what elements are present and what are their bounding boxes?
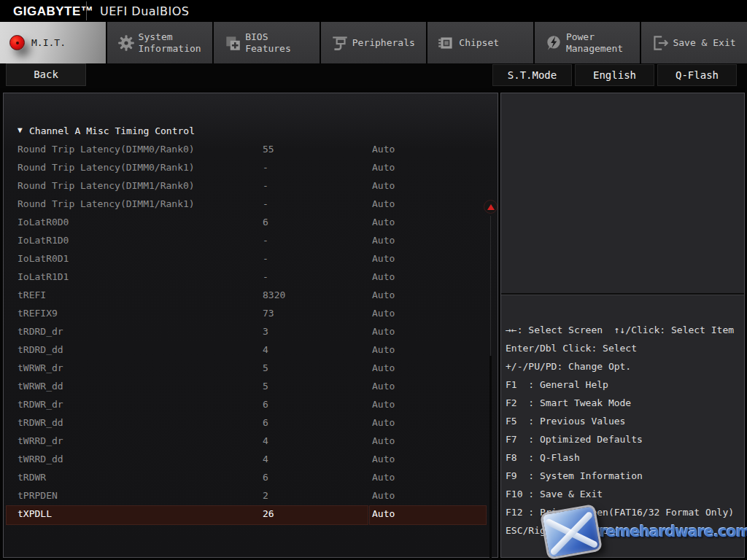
help-line: F9 : System Information xyxy=(506,467,743,485)
setting-row[interactable]: IoLatR0D1-Auto xyxy=(4,250,492,268)
setting-mode: Auto xyxy=(372,326,395,337)
setting-row[interactable]: tRDWR_dd6Auto xyxy=(4,414,492,432)
scroll-up-icon[interactable] xyxy=(484,200,498,214)
tab-label: Save & Exit xyxy=(673,37,735,49)
english-button[interactable]: English xyxy=(575,64,654,86)
setting-name: tRDRD_dr xyxy=(18,326,63,337)
setting-row[interactable]: tRDRD_dd4Auto xyxy=(4,341,492,359)
setting-value: 6 xyxy=(263,417,268,428)
tab-mit[interactable]: M.I.T. xyxy=(0,22,106,63)
title-separator xyxy=(86,1,87,20)
setting-name: IoLatR0D0 xyxy=(18,217,69,228)
help-line: F7 : Optimized Defaults xyxy=(506,430,743,448)
tab-system-information[interactable]: System Information xyxy=(107,22,213,63)
settings-panel: ▼Channel A Misc Timing ControlRound Trip… xyxy=(3,93,498,558)
tab-chipset[interactable]: Chipset xyxy=(427,22,533,63)
setting-value: - xyxy=(263,198,268,209)
setting-row[interactable]: Round Trip Latency(DIMM1/Rank0)-Auto xyxy=(4,177,492,195)
setting-mode: Auto xyxy=(372,490,395,501)
setting-row[interactable]: tRDWR_dr6Auto xyxy=(4,396,492,414)
setting-mode: Auto xyxy=(372,508,395,519)
setting-mode: Auto xyxy=(372,180,395,191)
bios-screen: GIGABYTE™ UEFI DualBIOS M.I.T.System Inf… xyxy=(0,0,747,560)
setting-row[interactable]: Round Trip Latency(DIMM1/Rank1)-Auto xyxy=(4,195,492,214)
tab-bar: M.I.T.System InformationBIOS FeaturesPer… xyxy=(0,22,747,63)
setting-name: tREFI xyxy=(18,289,46,300)
help-panel: →←: Select Screen ↑↓/Click: Select ItemE… xyxy=(500,93,745,558)
setting-row[interactable]: IoLatR1D1-Auto xyxy=(4,268,492,287)
setting-mode: Auto xyxy=(372,253,395,264)
setting-row[interactable]: tRDRD_dr3Auto xyxy=(4,323,492,341)
setting-row[interactable]: tWRRD_dr4Auto xyxy=(4,432,492,451)
key-legend: →←: Select Screen ↑↓/Click: Select ItemE… xyxy=(506,321,743,540)
setting-mode: Auto xyxy=(372,198,395,209)
setting-mode: Auto xyxy=(372,435,395,446)
setting-row[interactable]: tRDWR6Auto xyxy=(4,469,492,487)
setting-name: tPRPDEN xyxy=(18,490,58,501)
setting-name: tXPDLL xyxy=(18,508,52,519)
tab-bios-features[interactable]: BIOS Features xyxy=(214,22,320,63)
title-bar: GIGABYTE™ UEFI DualBIOS xyxy=(0,0,747,22)
setting-name: Round Trip Latency(DIMM0/Rank1) xyxy=(18,162,195,173)
tab-save-exit[interactable]: Save & Exit xyxy=(641,22,747,63)
back-button[interactable]: Back xyxy=(6,63,86,86)
setting-row[interactable]: tWRWR_dd5Auto xyxy=(4,378,492,396)
setting-row[interactable]: tPRPDEN2Auto xyxy=(4,487,492,505)
usb-plug-icon xyxy=(330,34,352,52)
setting-row[interactable]: tWRRD_dd4Auto xyxy=(4,451,492,469)
setting-name: tRDWR_dr xyxy=(18,399,63,410)
setting-value: 8320 xyxy=(263,289,285,300)
gear-icon xyxy=(117,34,139,52)
setting-row[interactable]: tWRWR_dr5Auto xyxy=(4,359,492,378)
setting-value: 3 xyxy=(263,326,268,337)
s-t-mode-button[interactable]: S.T.Mode xyxy=(492,64,572,86)
setting-mode: Auto xyxy=(372,271,395,282)
setting-row[interactable]: tXPDLL26Auto xyxy=(4,505,492,524)
setting-row[interactable]: IoLatR0D06Auto xyxy=(4,214,492,232)
setting-value: 6 xyxy=(263,399,268,410)
setting-value: - xyxy=(263,253,268,264)
setting-name: Round Trip Latency(DIMM1/Rank1) xyxy=(18,198,195,209)
tab-label: Chipset xyxy=(459,37,499,49)
page-title: UEFI DualBIOS xyxy=(100,4,189,18)
setting-value: 55 xyxy=(263,144,274,155)
help-line: Enter/Dbl Click: Select xyxy=(506,339,743,357)
collapse-triangle-icon: ▼ xyxy=(18,125,23,135)
setting-mode: Auto xyxy=(372,235,395,246)
setting-value: 73 xyxy=(263,308,274,319)
setting-row[interactable]: tREFI8320Auto xyxy=(4,287,492,305)
setting-row[interactable]: IoLatR1D0-Auto xyxy=(4,232,492,250)
setting-name: tRDWR xyxy=(18,472,46,483)
setting-mode: Auto xyxy=(372,417,395,428)
timing-settings-list: ▼Channel A Misc Timing ControlRound Trip… xyxy=(4,122,492,524)
red-ball-icon xyxy=(9,34,31,52)
tab-label: BIOS Features xyxy=(245,31,291,55)
setting-mode: Auto xyxy=(372,144,395,155)
setting-name: tWRRD_dd xyxy=(18,454,63,464)
tab-label: Power Management xyxy=(566,31,623,55)
q-flash-button[interactable]: Q-Flash xyxy=(657,64,737,86)
setting-value: 6 xyxy=(263,472,268,483)
setting-row[interactable]: Round Trip Latency(DIMM0/Rank0)55Auto xyxy=(4,141,492,159)
watermark-key-icon xyxy=(540,504,603,560)
help-line: F10 : Save & Exit xyxy=(506,485,743,503)
setting-row[interactable]: Round Trip Latency(DIMM0/Rank1)-Auto xyxy=(4,159,492,177)
setting-name: IoLatR1D0 xyxy=(18,235,69,246)
setting-value: 4 xyxy=(263,454,268,464)
help-line: F5 : Previous Values xyxy=(506,412,743,430)
setting-row[interactable]: tREFIX973Auto xyxy=(4,305,492,323)
tab-peripherals[interactable]: Peripherals xyxy=(321,22,427,63)
setting-name: Round Trip Latency(DIMM0/Rank0) xyxy=(18,144,195,155)
setting-value: 26 xyxy=(263,508,274,519)
help-line: F1 : General Help xyxy=(506,376,743,394)
tab-label: M.I.T. xyxy=(31,37,66,49)
windows-plus-icon xyxy=(223,34,245,52)
mode-buttons: S.T.ModeEnglishQ-Flash xyxy=(492,64,737,86)
setting-value: 6 xyxy=(263,217,268,228)
scrollbar-thumb[interactable] xyxy=(489,356,492,560)
section-header[interactable]: ▼Channel A Misc Timing Control xyxy=(4,122,492,141)
setting-mode: Auto xyxy=(372,217,395,228)
tab-power-management[interactable]: Power Management xyxy=(535,22,640,63)
setting-value: 2 xyxy=(263,490,268,501)
setting-value: 4 xyxy=(263,435,268,446)
